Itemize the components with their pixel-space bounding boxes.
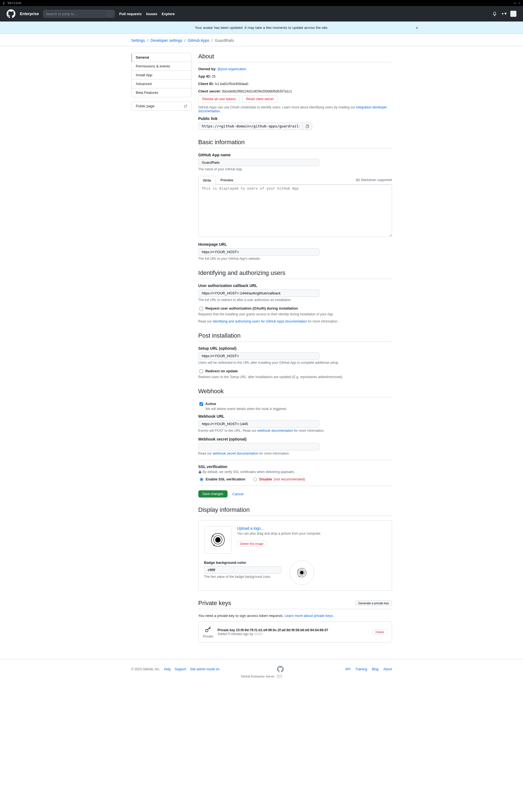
webhook-active-note: We will deliver event details when this …	[205, 407, 287, 411]
oauth-note: GitHub Apps can use OAuth credentials to…	[198, 105, 392, 113]
webhook-secret-doc-link[interactable]: webhook secret documentation	[213, 452, 258, 455]
owned-by-label: Owned by:	[198, 67, 217, 71]
search-input[interactable]: Search or jump to... /	[43, 10, 115, 18]
sidenav-permissions[interactable]: Permissions & events	[131, 62, 192, 71]
side-nav: General Permissions & events Install App…	[131, 53, 192, 643]
webhook-url-note2: for more information.	[293, 429, 324, 433]
site-header: Enterprise Search or jump to... / Pull r…	[0, 6, 523, 21]
ssl-enable-label: Enable SSL verification	[206, 477, 246, 481]
private-key-need-note: You need a private key to sign access to…	[198, 614, 285, 618]
sidenav-install[interactable]: Install App	[131, 71, 192, 79]
redirect-update-checkbox[interactable]	[199, 369, 203, 373]
notifications-icon[interactable]	[492, 12, 497, 16]
tab-preview[interactable]: Preview	[216, 176, 238, 184]
display-heading: Display information	[198, 506, 392, 516]
brand-label[interactable]: Enterprise	[20, 12, 39, 16]
flash-close-icon[interactable]: ✕	[415, 25, 418, 30]
webhook-secret-note2: for more information.	[258, 452, 290, 455]
app-name-label: GitHub App name	[198, 153, 231, 157]
callback-label: User authorization callback URL	[198, 284, 257, 288]
footer-help[interactable]: Help	[164, 667, 171, 671]
setup-url-input[interactable]	[198, 352, 320, 360]
webhook-doc-link[interactable]: webhook documentation	[257, 429, 293, 433]
nav-issues[interactable]: Issues	[146, 12, 157, 16]
tab-write[interactable]: Write	[198, 176, 216, 185]
crumb-dev-settings[interactable]: Developer settings	[150, 38, 182, 43]
webhook-url-note1: Events will POST to this URL. Read our	[198, 429, 257, 433]
badge-color-input[interactable]	[204, 566, 281, 574]
description-textarea[interactable]	[198, 185, 392, 237]
webhook-secret-note1: Read our	[198, 452, 213, 455]
webhook-active-label[interactable]: Active	[205, 402, 216, 406]
badge-preview-icon	[295, 566, 308, 579]
github-logo-icon[interactable]	[6, 10, 15, 18]
public-link-label: Public link	[198, 116, 218, 121]
webhook-secret-label: Webhook secret (optional)	[198, 437, 247, 441]
footer-admin[interactable]: Site admin mode on	[190, 667, 219, 671]
basic-info-heading: Basic information	[198, 139, 392, 148]
ssl-disable-radio[interactable]	[253, 478, 257, 481]
svg-point-11	[205, 629, 208, 632]
callback-input[interactable]	[198, 289, 320, 297]
upload-logo-link[interactable]: Upload a logo...	[237, 526, 264, 530]
request-oauth-label[interactable]: Request user authorization (OAuth) durin…	[205, 306, 298, 310]
redirect-update-label[interactable]: Redirect on update	[205, 369, 238, 373]
sidenav-beta[interactable]: Beta Features	[131, 88, 192, 97]
client-secret-value: 0bcededb2f68224d2cd03fe200b8bf5db357a1c1	[222, 89, 292, 93]
delete-key-button[interactable]: Delete	[373, 629, 387, 635]
markdown-hint: Markdown supported	[356, 178, 392, 182]
delete-logo-button[interactable]: Delete this image	[237, 541, 267, 546]
ssl-note: By default, we verify SSL certificates w…	[203, 470, 295, 474]
webhook-secret-input[interactable]	[198, 443, 320, 450]
crumb-github-apps[interactable]: GitHub Apps	[187, 38, 209, 43]
ssl-enable-radio[interactable]	[200, 478, 203, 481]
cancel-button[interactable]: Cancel	[230, 490, 246, 498]
svg-point-2	[215, 537, 221, 543]
webhook-active-checkbox[interactable]	[199, 402, 203, 406]
footer-about[interactable]: About	[383, 667, 392, 671]
footer-training[interactable]: Training	[356, 667, 367, 671]
webhook-heading: Webhook	[198, 388, 392, 397]
request-oauth-note1: Requests that the installing user grants…	[198, 312, 392, 316]
public-link-input[interactable]	[198, 123, 303, 130]
terminal-cmd: Version	[7, 1, 21, 5]
setup-url-label: Setup URL (optional)	[198, 346, 237, 350]
svg-point-9	[298, 570, 299, 571]
markdown-icon	[356, 178, 360, 182]
footer-support[interactable]: Support	[175, 667, 186, 671]
webhook-url-label: Webhook URL	[198, 414, 224, 418]
revoke-tokens-button[interactable]: Revoke all user tokens	[198, 95, 240, 103]
redirect-update-note: Redirect users to the 'Setup URL' after …	[198, 375, 392, 379]
sidenav-public-page[interactable]: Public page	[131, 102, 192, 110]
user-avatar[interactable]	[510, 11, 517, 17]
app-name-input[interactable]	[198, 159, 320, 166]
homepage-input[interactable]	[198, 248, 320, 256]
reset-secret-button[interactable]: Reset client secret	[242, 95, 277, 103]
generate-key-button[interactable]: Generate a private key	[355, 600, 392, 606]
identify-doc-link[interactable]: identifying and authorizing users for Gi…	[213, 320, 307, 323]
owner-link[interactable]: @your-organization	[217, 67, 246, 71]
private-key-learn-link[interactable]: Learn more about private keys.	[285, 614, 334, 618]
save-button[interactable]: Save changes	[198, 490, 228, 498]
nav-explore[interactable]: Explore	[162, 12, 175, 16]
homepage-label: Homepage URL	[198, 242, 227, 247]
flash-message: Your avatar has been updated. It may tak…	[195, 25, 328, 30]
crumb-settings[interactable]: Settings	[131, 38, 145, 43]
sidenav-advanced[interactable]: Advanced	[131, 79, 192, 88]
footer-api[interactable]: API	[345, 667, 350, 671]
copy-public-link-button[interactable]	[303, 123, 312, 130]
nav-pull-requests[interactable]: Pull requests	[119, 12, 142, 16]
app-logo-icon	[208, 530, 228, 549]
drag-drop-note: You can also drag and drop a picture fro…	[237, 531, 321, 536]
display-info-box: Upload a logo... You can also drag and d…	[198, 520, 392, 591]
webhook-url-input[interactable]	[198, 420, 320, 428]
create-menu[interactable]: ＋▾	[501, 11, 506, 16]
request-oauth-checkbox[interactable]	[199, 307, 203, 310]
github-footer-icon[interactable]	[277, 666, 284, 672]
footer-blog[interactable]: Blog	[372, 667, 379, 671]
external-link-icon	[184, 105, 187, 108]
lock-icon	[198, 470, 202, 473]
description-tabnav: Write Preview Markdown supported	[198, 176, 392, 185]
terminal-bar: ❯ Version ▭ ⇪	[0, 0, 523, 6]
sidenav-general: General	[131, 53, 192, 62]
